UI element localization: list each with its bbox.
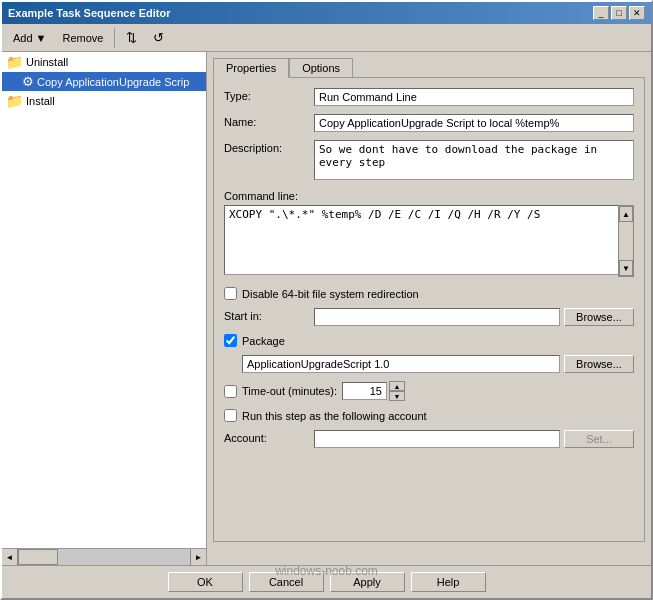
timeout-spinner-buttons: ▲ ▼	[389, 381, 405, 401]
command-area: XCOPY ".\*.*" %temp% /D /E /C /I /Q /H /…	[224, 205, 634, 277]
name-value-container	[314, 114, 634, 132]
run-as-checkbox[interactable]	[224, 409, 237, 422]
window: Example Task Sequence Editor _ □ ✕ Add ▼…	[0, 0, 653, 600]
tab-properties[interactable]: Properties	[213, 58, 289, 78]
title-bar: Example Task Sequence Editor _ □ ✕	[2, 2, 651, 24]
close-button[interactable]: ✕	[629, 6, 645, 20]
tree-item-copy-script[interactable]: ⚙ Copy ApplicationUpgrade Scrip	[2, 72, 206, 91]
remove-label: Remove	[62, 32, 103, 44]
cancel-button[interactable]: Cancel	[249, 572, 324, 592]
browse-package-button[interactable]: Browse...	[564, 355, 634, 373]
package-input[interactable]	[242, 355, 560, 373]
ok-button[interactable]: OK	[168, 572, 243, 592]
description-value-container: So we dont have to download the package …	[314, 140, 634, 182]
refresh-icon: ↺	[153, 30, 164, 45]
command-textarea[interactable]: XCOPY ".\*.*" %temp% /D /E /C /I /Q /H /…	[224, 205, 634, 275]
timeout-spinner: ▲ ▼	[342, 381, 405, 401]
tree-item-uninstall[interactable]: 📁 Uninstall	[2, 52, 206, 72]
gear-icon: ⚙	[22, 74, 34, 89]
timeout-input[interactable]	[342, 382, 387, 400]
minimize-button[interactable]: _	[593, 6, 609, 20]
scroll-right-button[interactable]: ►	[190, 549, 206, 565]
title-controls: _ □ ✕	[593, 6, 645, 20]
type-input	[314, 88, 634, 106]
tree-item-label: Uninstall	[26, 56, 68, 68]
tab-bar: Properties Options	[213, 58, 645, 78]
folder-icon: 📁	[6, 54, 23, 70]
account-container: Set...	[314, 430, 634, 448]
tab-options[interactable]: Options	[289, 58, 353, 78]
tree-item-label: Copy ApplicationUpgrade Scrip	[37, 76, 189, 88]
toolbar: Add ▼ Remove ⇅ ↺	[2, 24, 651, 52]
right-panel: Properties Options Type: Name:	[207, 52, 651, 548]
timeout-decrement-button[interactable]: ▼	[389, 391, 405, 401]
disable-redirect-row: Disable 64-bit file system redirection	[224, 287, 634, 300]
tab-content: Type: Name: Description: So we	[213, 77, 645, 542]
tab-properties-label: Properties	[226, 62, 276, 74]
tree-item-install[interactable]: 📁 Install	[2, 91, 206, 111]
bottom-bar: OK Cancel Apply Help windows-noob.com	[2, 565, 651, 598]
package-row: Package	[224, 334, 634, 347]
start-in-input[interactable]	[314, 308, 560, 326]
scroll-up-arrow[interactable]: ▲	[619, 206, 633, 222]
timeout-increment-button[interactable]: ▲	[389, 381, 405, 391]
name-row: Name:	[224, 114, 634, 132]
type-label: Type:	[224, 88, 314, 102]
type-value-container	[314, 88, 634, 106]
start-in-container: Browse...	[314, 308, 634, 326]
window-title: Example Task Sequence Editor	[8, 7, 170, 19]
name-label: Name:	[224, 114, 314, 128]
account-row: Account: Set...	[224, 430, 634, 448]
disable-redirect-label: Disable 64-bit file system redirection	[242, 288, 419, 300]
description-row: Description: So we dont have to download…	[224, 140, 634, 182]
task-tree: 📁 Uninstall ⚙ Copy ApplicationUpgrade Sc…	[2, 52, 207, 548]
help-button[interactable]: Help	[411, 572, 486, 592]
scroll-down-arrow[interactable]: ▼	[619, 260, 633, 276]
timeout-row: Time-out (minutes): ▲ ▼	[224, 381, 634, 401]
description-textarea[interactable]: So we dont have to download the package …	[314, 140, 634, 180]
apply-button[interactable]: Apply	[330, 572, 405, 592]
package-checkbox[interactable]	[224, 334, 237, 347]
package-label: Package	[242, 335, 285, 347]
horizontal-scrollbar: ◄ ►	[2, 548, 207, 565]
start-in-label: Start in:	[224, 308, 314, 322]
main-content: 📁 Uninstall ⚙ Copy ApplicationUpgrade Sc…	[2, 52, 651, 548]
disable-redirect-checkbox[interactable]	[224, 287, 237, 300]
remove-button[interactable]: Remove	[55, 29, 110, 47]
add-button[interactable]: Add ▼	[6, 29, 53, 47]
tree-item-label: Install	[26, 95, 55, 107]
command-scrollbar: ▲ ▼	[618, 205, 634, 277]
move-icon: ⇅	[126, 30, 137, 45]
account-label: Account:	[224, 430, 314, 444]
set-account-button[interactable]: Set...	[564, 430, 634, 448]
folder-icon: 📁	[6, 93, 23, 109]
timeout-label: Time-out (minutes):	[242, 385, 337, 397]
add-label: Add	[13, 32, 33, 44]
maximize-button[interactable]: □	[611, 6, 627, 20]
type-row: Type:	[224, 88, 634, 106]
name-input[interactable]	[314, 114, 634, 132]
browse-start-in-button[interactable]: Browse...	[564, 308, 634, 326]
run-as-row: Run this step as the following account	[224, 409, 634, 422]
start-in-row: Start in: Browse...	[224, 308, 634, 326]
move-button[interactable]: ⇅	[119, 27, 144, 48]
scroll-thumb[interactable]	[18, 549, 58, 565]
refresh-button[interactable]: ↺	[146, 27, 171, 48]
tab-options-label: Options	[302, 62, 340, 74]
package-input-row: Browse...	[242, 355, 634, 373]
add-dropdown-icon: ▼	[36, 32, 47, 44]
account-input[interactable]	[314, 430, 560, 448]
toolbar-separator	[114, 28, 115, 48]
timeout-checkbox[interactable]	[224, 385, 237, 398]
command-line-label: Command line:	[224, 190, 634, 202]
description-label: Description:	[224, 140, 314, 154]
run-as-label: Run this step as the following account	[242, 410, 427, 422]
scroll-track	[18, 549, 190, 565]
scroll-left-button[interactable]: ◄	[2, 549, 18, 565]
